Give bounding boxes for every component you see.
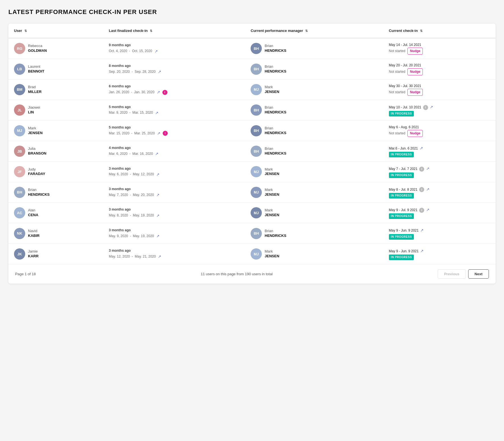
- external-link-icon[interactable]: ↗: [155, 48, 158, 54]
- current-checkin-dates: May 9 - Jun. 9 2021 ↗: [389, 227, 490, 233]
- table-row: JB Julia BRANSON 4 months ago Mar. 6, 20…: [8, 141, 496, 161]
- current-checkin-external-link[interactable]: ↗: [420, 146, 423, 150]
- manager-name: Brian HENDRICKS: [265, 64, 286, 74]
- checkin-ago: 4 months ago: [109, 145, 239, 151]
- user-name: Jamie KARR: [28, 249, 39, 259]
- sort-icon-current-checkin[interactable]: ⇅: [420, 29, 423, 33]
- external-link-icon[interactable]: ↗: [155, 151, 158, 157]
- manager-avatar: BH: [251, 125, 262, 136]
- external-link-icon[interactable]: ↗: [155, 110, 158, 116]
- external-link-icon[interactable]: ↗: [157, 89, 160, 95]
- last-checkin-cell: 3 months ago May. 12, 2020 - May. 21, 20…: [103, 244, 245, 264]
- checkin-ago: 5 months ago: [109, 104, 239, 110]
- current-checkin-dates: May 9 - Jul. 9 2021 i ↗: [389, 207, 490, 213]
- current-checkin-cell: May 20 - Jul. 20 2021 Not started Nudge: [383, 59, 496, 79]
- nudge-button[interactable]: Nudge: [407, 68, 423, 75]
- user-cell: LB Laurent BENNOIT: [8, 59, 103, 79]
- nudge-button[interactable]: Nudge: [407, 89, 423, 96]
- user-avatar: BH: [14, 187, 25, 198]
- nudge-button[interactable]: Nudge: [407, 48, 423, 55]
- manager-avatar: MJ: [251, 248, 262, 260]
- user-name: Julia BRANSON: [28, 146, 46, 156]
- last-checkin-cell: 4 months ago Mar. 6, 2020 - Mar. 16, 202…: [103, 141, 245, 161]
- checkin-dates: Mar. 15, 2020 - Mar. 25, 2020 ↗ i: [109, 130, 239, 136]
- nudge-button[interactable]: Nudge: [407, 130, 423, 137]
- manager-name: Brian HENDRICKS: [265, 105, 286, 115]
- user-cell: JB Julia BRANSON: [8, 141, 103, 161]
- checkin-ago: 3 months ago: [109, 166, 239, 171]
- info-icon-gray[interactable]: i: [423, 105, 428, 110]
- next-button[interactable]: Next: [468, 269, 489, 279]
- checkin-dates: May. 12, 2020 - May. 21, 2020 ↗: [109, 253, 239, 260]
- manager-cell: BH Brian HENDRICKS: [245, 59, 383, 79]
- current-checkin-dates: May 30 - Jul. 30 2021: [389, 83, 490, 89]
- current-checkin-dates: May 6 - Aug. 6 2021: [389, 125, 490, 130]
- table-row: JF Judy FARADAY 3 months ago May. 6, 202…: [8, 162, 496, 182]
- last-checkin-cell: 3 months ago May. 8, 2020 - May. 19, 202…: [103, 203, 245, 223]
- info-icon[interactable]: i: [162, 90, 167, 95]
- in-progress-badge: IN PROGRESS: [389, 234, 414, 240]
- current-checkin-cell: May 10 - Jul. 10 2021 i ↗ IN PROGRESS: [383, 100, 496, 120]
- current-checkin-external-link[interactable]: ↗: [430, 105, 433, 109]
- table-row: JK Jamie KARR 3 months ago May. 12, 2020…: [8, 244, 496, 264]
- last-checkin-cell: 3 months ago May. 9, 2020 - May. 19, 202…: [103, 223, 245, 244]
- user-cell: BM Brad MILLER: [8, 79, 103, 100]
- previous-button[interactable]: Previous: [438, 269, 466, 279]
- external-link-icon[interactable]: ↗: [156, 192, 160, 198]
- manager-name: Brian HENDRICKS: [265, 126, 286, 136]
- manager-name: Mark JENSEN: [265, 208, 279, 218]
- checkin-ago: 5 months ago: [109, 125, 239, 130]
- table-row: JL Jiaowei LIN 5 months ago Mar. 9, 2020…: [8, 100, 496, 120]
- page-title: LATEST PERFORMANCE CHECK-IN PER USER: [8, 8, 496, 16]
- manager-name: Mark JENSEN: [265, 85, 279, 94]
- sort-icon-manager[interactable]: ⇅: [305, 29, 308, 33]
- external-link-icon[interactable]: ↗: [156, 213, 160, 219]
- last-checkin-cell: 5 months ago Mar. 15, 2020 - Mar. 25, 20…: [103, 120, 245, 141]
- current-checkin-external-link[interactable]: ↗: [420, 249, 424, 253]
- manager-cell: MJ Mark JENSEN: [245, 244, 383, 264]
- user-cell: RG Rebecca GOLDMAN: [8, 38, 103, 59]
- current-checkin-cell: May 9 - Jul. 9 2021 i ↗ IN PROGRESS: [383, 203, 496, 223]
- current-checkin-cell: May 30 - Jul. 30 2021 Not started Nudge: [383, 79, 496, 100]
- external-link-icon[interactable]: ↗: [156, 171, 160, 178]
- manager-avatar: BH: [251, 228, 262, 239]
- user-cell: JK Jamie KARR: [8, 244, 103, 264]
- current-checkin-external-link[interactable]: ↗: [426, 166, 430, 171]
- col-manager: Current performance manager ⇅: [245, 24, 383, 38]
- sort-icon-last-checkin[interactable]: ⇅: [150, 29, 152, 33]
- info-icon-gray[interactable]: i: [419, 167, 424, 172]
- in-progress-badge: IN PROGRESS: [389, 255, 414, 260]
- in-progress-badge: IN PROGRESS: [389, 213, 414, 219]
- current-checkin-external-link[interactable]: ↗: [426, 207, 430, 212]
- current-checkin-external-link[interactable]: ↗: [426, 187, 430, 192]
- user-cell: JL Jiaowei LIN: [8, 100, 103, 120]
- col-last-checkin: Last finalized check-in ⇅: [103, 24, 245, 38]
- manager-avatar: MJ: [251, 187, 262, 198]
- table-row: AC Alan CENA 3 months ago May. 8, 2020 -…: [8, 203, 496, 223]
- user-name: Jiaowei LIN: [28, 105, 40, 115]
- external-link-icon[interactable]: ↗: [158, 69, 161, 75]
- external-link-icon[interactable]: ↗: [158, 253, 161, 260]
- table-header-row: User ⇅ Last finalized check-in ⇅ Current…: [8, 24, 496, 38]
- external-link-icon[interactable]: ↗: [156, 233, 160, 239]
- manager-name: Brian HENDRICKS: [265, 44, 286, 53]
- info-icon[interactable]: i: [163, 131, 168, 136]
- current-checkin-dates: May 14 - Jul. 14 2021: [389, 42, 490, 48]
- current-checkin-external-link[interactable]: ↗: [420, 228, 424, 232]
- in-progress-badge: IN PROGRESS: [389, 193, 414, 199]
- pagination-info: Page 1 of 18: [15, 272, 36, 276]
- info-icon-gray[interactable]: i: [419, 208, 424, 213]
- sort-icon-user[interactable]: ⇅: [24, 29, 27, 33]
- external-link-icon[interactable]: ↗: [157, 130, 160, 136]
- manager-avatar: MJ: [251, 207, 262, 218]
- performance-table: User ⇅ Last finalized check-in ⇅ Current…: [8, 24, 496, 264]
- manager-cell: BH Brian HENDRICKS: [245, 141, 383, 161]
- info-icon-gray[interactable]: i: [419, 187, 424, 192]
- not-started-label: Not started: [389, 70, 405, 74]
- checkin-ago: 3 months ago: [109, 248, 239, 253]
- checkin-ago: 3 months ago: [109, 228, 239, 233]
- table-row: BM Brad MILLER 6 months ago Jan. 26, 202…: [8, 79, 496, 100]
- manager-avatar: MJ: [251, 84, 262, 95]
- user-name: Alan CENA: [28, 208, 38, 218]
- total-info: 11 users on this page from 190 users in …: [201, 272, 273, 276]
